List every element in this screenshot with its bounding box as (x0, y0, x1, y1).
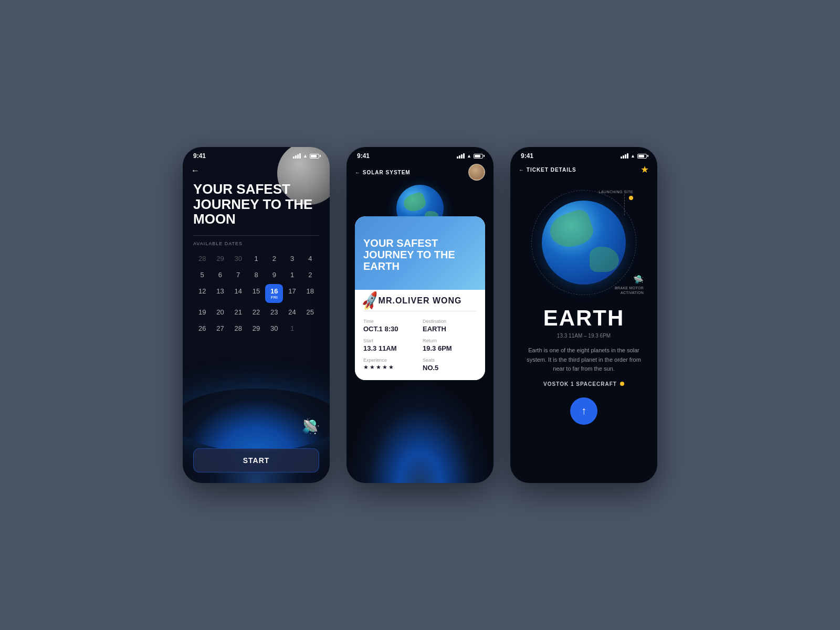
return-detail: Return 19.3 6PM (423, 338, 477, 352)
cal-day[interactable]: 30 (229, 251, 247, 266)
cal-day[interactable]: 15 (247, 284, 265, 303)
spacecraft-row: VOSTOK 1 SPACECRAFT (523, 381, 645, 387)
screen3-details: 9:41 ▲ ← TICKET DETAILS ★ (510, 147, 657, 483)
cal-day[interactable]: 7 (229, 268, 247, 282)
calendar-week-3: 12 13 14 15 16FRI 17 18 (193, 284, 319, 303)
cal-day[interactable]: 1 (247, 251, 265, 266)
cal-day-selected[interactable]: 16FRI (265, 284, 283, 303)
screen2-earth-bg (346, 378, 494, 483)
experience-label: Experience (363, 358, 417, 363)
cal-day[interactable]: 5 (193, 268, 211, 282)
cal-day[interactable]: 4 (301, 251, 319, 266)
cal-day[interactable]: 2 (301, 268, 319, 282)
destination-label: Destination (423, 319, 477, 324)
screen1-title: YOUR SAFEST JOURNEY TO THE MOON (193, 182, 319, 227)
signal-icon-2 (457, 153, 465, 159)
destination-detail: Destination EARTH (423, 319, 477, 333)
cal-day[interactable]: 9 (265, 268, 283, 282)
time-label: Time (363, 319, 417, 324)
battery-icon-2 (474, 154, 483, 159)
status-time-3: 9:41 (521, 152, 533, 160)
signal-icon-3 (621, 153, 628, 159)
cal-day[interactable]: 24 (283, 305, 301, 319)
launching-dot-line (624, 194, 625, 215)
status-bar-3: 9:41 ▲ (510, 147, 657, 162)
orbit-container: LAUNCHING SITE 🛸 BRAKE MOTORACTIVATION (519, 180, 649, 306)
cal-day[interactable]: 28 (229, 321, 247, 335)
date-range: 13.3 11AM – 19.3 6PM (523, 333, 645, 339)
battery-icon (310, 154, 319, 159)
status-time-2: 9:41 (357, 152, 370, 160)
cal-day[interactable]: 30 (265, 321, 283, 335)
calendar-week-1: 28 29 30 1 2 3 4 (193, 251, 319, 266)
calendar-week-4: 19 20 21 22 23 24 25 (193, 305, 319, 319)
cal-day[interactable]: 1 (283, 321, 301, 335)
brake-icon: 🛸 (615, 275, 644, 285)
launching-dot (629, 196, 633, 200)
screen2-header: ← SOLAR SYSTEM (346, 162, 494, 185)
earth-large-sphere (542, 201, 626, 285)
cal-day[interactable]: 26 (193, 321, 211, 335)
planet-name: EARTH (523, 306, 645, 331)
status-icons-1: ▲ (293, 153, 319, 159)
launching-site-label: LAUNCHING SITE (598, 190, 633, 200)
up-button[interactable]: ↑ (570, 397, 597, 425)
cal-day (301, 321, 319, 335)
cal-day[interactable]: 22 (247, 305, 265, 319)
status-time-1: 9:41 (193, 152, 206, 160)
seats-value: NO.5 (423, 364, 477, 372)
wifi-icon-3: ▲ (631, 153, 635, 159)
time-detail: Time OCT.1 8:30 (363, 319, 417, 333)
cal-day[interactable]: 2 (265, 251, 283, 266)
cal-day[interactable]: 23 (265, 305, 283, 319)
user-avatar[interactable] (468, 164, 485, 181)
cal-day[interactable]: 6 (211, 268, 229, 282)
seats-label: Seats (423, 358, 477, 363)
status-bar-2: 9:41 ▲ (346, 147, 494, 162)
cal-day[interactable]: 12 (193, 284, 211, 303)
cal-day[interactable]: 3 (283, 251, 301, 266)
start-button[interactable]: START (193, 448, 319, 472)
cal-day[interactable]: 13 (211, 284, 229, 303)
start-value: 13.3 11AM (363, 344, 417, 352)
ticket-card: YOUR SAFEST JOURNEY TO THE EARTH 🚀 MR.OL… (355, 216, 485, 380)
brake-motor-label: 🛸 BRAKE MOTORACTIVATION (615, 275, 644, 295)
return-label: Return (423, 338, 477, 343)
cal-day[interactable]: 1 (283, 268, 301, 282)
cal-day[interactable]: 29 (211, 251, 229, 266)
cal-day[interactable]: 25 (301, 305, 319, 319)
cal-day[interactable]: 28 (193, 251, 211, 266)
cal-day[interactable]: 27 (211, 321, 229, 335)
destination-value: EARTH (423, 325, 477, 333)
cal-day[interactable]: 29 (247, 321, 265, 335)
status-bar-1: 9:41 ▲ (183, 147, 330, 162)
cal-day[interactable]: 19 (193, 305, 211, 319)
back-ticket-button[interactable]: ← TICKET DETAILS (519, 167, 576, 173)
launching-label-text: LAUNCHING SITE (598, 190, 633, 194)
calendar-week-2: 5 6 7 8 9 1 2 (193, 268, 319, 282)
cal-day[interactable]: 21 (229, 305, 247, 319)
back-solar-button[interactable]: ← SOLAR SYSTEM (355, 170, 411, 175)
wifi-icon-2: ▲ (467, 153, 471, 159)
signal-icon (293, 153, 301, 159)
experience-detail: Experience ★ ★ ★ ★ ★ (363, 358, 417, 372)
start-detail: Start 13.3 11AM (363, 338, 417, 352)
cal-day[interactable]: 20 (211, 305, 229, 319)
available-dates-label: AVAILABLE DATES (193, 241, 319, 246)
cal-day[interactable]: 8 (247, 268, 265, 282)
spacecraft-label: VOSTOK 1 SPACECRAFT (543, 381, 617, 387)
back-button-1[interactable]: ← (183, 162, 330, 177)
screen3-header: ← TICKET DETAILS ★ (510, 162, 657, 180)
spacecraft-dot (620, 382, 624, 386)
seats-detail: Seats NO.5 (423, 358, 477, 372)
start-label: Start (363, 338, 417, 343)
favorite-star-icon[interactable]: ★ (640, 164, 649, 175)
cal-day[interactable]: 18 (301, 284, 319, 303)
cal-day[interactable]: 14 (229, 284, 247, 303)
wifi-icon: ▲ (303, 153, 308, 159)
battery-icon-3 (637, 154, 647, 159)
cal-day[interactable]: 17 (283, 284, 301, 303)
screen1-calendar: 9:41 ▲ ← YOUR SAFEST JOURNEY TO THE MOON (183, 147, 330, 483)
ticket-title: YOUR SAFEST JOURNEY TO THE EARTH (363, 237, 477, 272)
time-value: OCT.1 8:30 (363, 325, 417, 333)
